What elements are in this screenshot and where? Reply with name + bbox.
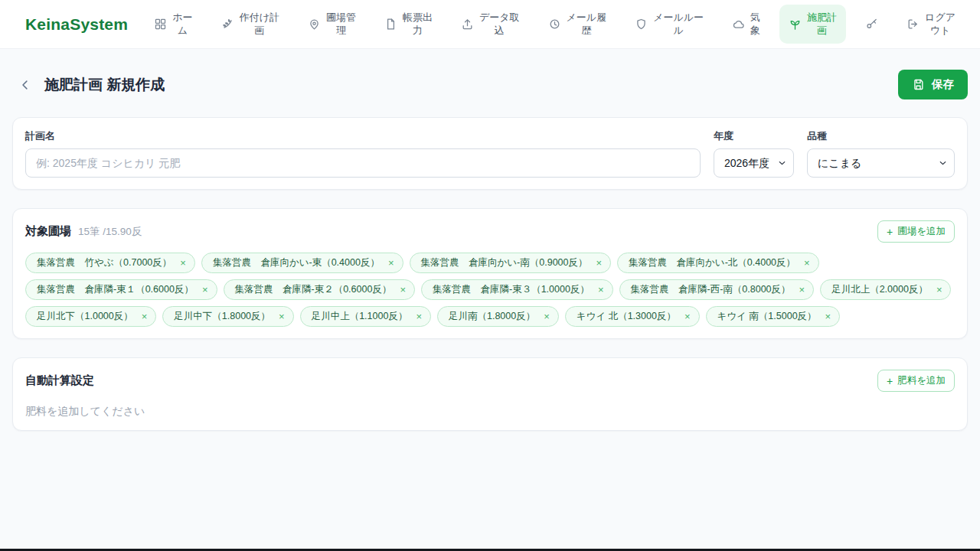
field-chip-label: 集落営農 倉庫隣-東３（1.0000反） — [433, 283, 590, 296]
nav-item-report-output[interactable]: 帳票出 力 — [375, 5, 442, 44]
nav-item-field-management[interactable]: 圃場管 理 — [299, 5, 365, 44]
field-chip-label: 集落営農 倉庫向かい-東（0.4000反） — [213, 256, 380, 269]
nav-item-label: メールルー ル — [653, 11, 704, 37]
nav-item-label: メール履 歴 — [567, 11, 607, 37]
field-chip-label: 足川北下（1.0000反） — [37, 310, 133, 323]
field-chip-label: 足川南（1.8000反） — [449, 310, 535, 323]
nav-item-label: 圃場管 理 — [326, 11, 356, 37]
target-fields-title: 対象圃場 — [25, 224, 71, 239]
remove-chip-icon[interactable]: × — [684, 311, 691, 321]
nav-item-key[interactable] — [856, 11, 887, 37]
main-content: 施肥計画 新規作成 保存 計画名 年度 2026年度 — [0, 70, 980, 431]
grid-icon — [154, 18, 167, 31]
add-field-button[interactable]: + 圃場を追加 — [877, 220, 955, 243]
year-label: 年度 — [714, 129, 794, 143]
field-chip: 集落営農 倉庫隣-西-南（0.8000反）× — [619, 279, 815, 300]
field-chip: キウイ 北（1.3000反）× — [565, 306, 700, 327]
field-chip-label: キウイ 北（1.3000反） — [577, 310, 676, 323]
field-chip-label: 集落営農 倉庫隣-東１（0.6000反） — [37, 283, 194, 296]
save-icon — [912, 78, 925, 91]
remove-chip-icon[interactable]: × — [598, 285, 604, 295]
nav-item-label: ログア ウト — [925, 11, 956, 37]
logout-icon — [906, 18, 920, 31]
field-chip: 足川北上（2.0000反）× — [820, 279, 951, 300]
field-chip-label: キウイ 南（1.5000反） — [717, 310, 817, 323]
remove-chip-icon[interactable]: × — [596, 258, 602, 268]
shield-icon — [635, 18, 648, 31]
add-fertilizer-button-label: 肥料を追加 — [897, 374, 946, 387]
remove-chip-icon[interactable]: × — [400, 285, 406, 295]
field-chip: 集落営農 倉庫向かい-東（0.4000反）× — [201, 253, 403, 273]
add-fertilizer-button[interactable]: + 肥料を追加 — [877, 370, 955, 392]
nav-item-weather[interactable]: 気 象 — [723, 5, 769, 44]
field-chip: 集落営農 倉庫向かい-南（0.9000反）× — [410, 253, 612, 273]
remove-chip-icon[interactable]: × — [416, 311, 422, 321]
plan-name-input[interactable] — [25, 148, 701, 178]
nav-item-data-import[interactable]: データ取 込 — [452, 5, 529, 44]
variety-label: 品種 — [807, 129, 955, 143]
remove-chip-icon[interactable]: × — [388, 258, 394, 268]
add-field-button-label: 圃場を追加 — [897, 225, 946, 238]
field-chip-list: 集落営農 竹やぶ（0.7000反）×集落営農 倉庫向かい-東（0.4000反）×… — [25, 253, 955, 327]
variety-field-group: 品種 にこまる — [807, 129, 955, 178]
nav-item-label: 帳票出 力 — [403, 11, 433, 37]
year-select[interactable]: 2026年度 — [714, 148, 794, 178]
remove-chip-icon[interactable]: × — [279, 311, 285, 321]
field-chip: 集落営農 倉庫向かい-北（0.4000反）× — [617, 253, 819, 273]
field-chip: 集落営農 倉庫隣-東２（0.6000反）× — [224, 279, 416, 300]
nav-item-logout[interactable]: ログア ウト — [897, 5, 965, 44]
nav-item-label: 作付け計 画 — [240, 11, 279, 37]
nav-item-planting-plan[interactable]: 作付け計 画 — [212, 5, 289, 44]
field-chip-label: 集落営農 竹やぶ（0.7000反） — [37, 256, 172, 269]
plan-meta-card: 計画名 年度 2026年度 品種 にこまる — [12, 117, 968, 190]
remove-chip-icon[interactable]: × — [544, 311, 550, 321]
year-field-group: 年度 2026年度 — [714, 129, 794, 178]
variety-select[interactable]: にこまる — [807, 148, 955, 178]
field-chip-label: 集落営農 倉庫隣-東２（0.6000反） — [235, 283, 392, 296]
nav-item-mail-history[interactable]: メール履 歴 — [539, 5, 616, 44]
nav-item-home[interactable]: ホー ム — [145, 5, 201, 44]
sprout-icon — [789, 18, 802, 31]
plus-icon: + — [887, 376, 893, 386]
chevron-left-icon — [18, 78, 32, 92]
field-chip-label: 足川北上（2.0000反） — [831, 283, 928, 296]
remove-chip-icon[interactable]: × — [825, 311, 831, 321]
map-pin-icon — [308, 18, 321, 31]
field-chip: 集落営農 倉庫隣-東１（0.6000反）× — [25, 279, 217, 300]
wheat-icon — [221, 18, 234, 31]
field-chip: 足川中上（1.1000反）× — [300, 306, 431, 327]
nav-item-label: ホー ム — [172, 11, 192, 37]
save-button[interactable]: 保存 — [898, 70, 968, 99]
remove-chip-icon[interactable]: × — [142, 311, 148, 321]
remove-chip-icon[interactable]: × — [936, 285, 942, 295]
field-chip-label: 集落営農 倉庫隣-西-南（0.8000反） — [631, 283, 791, 296]
target-fields-count: 15筆 /15.90反 — [78, 225, 142, 239]
field-chip: 足川中下（1.8000反）× — [162, 306, 293, 327]
field-chip: 集落営農 竹やぶ（0.7000反）× — [25, 253, 195, 273]
field-chip-label: 足川中上（1.1000反） — [312, 310, 408, 323]
main-nav: ホー ム作付け計 画圃場管 理帳票出 力データ取 込メール履 歴メールルー ル気… — [145, 5, 965, 44]
nav-item-fertilization-plan[interactable]: 施肥計 画 — [779, 5, 846, 44]
remove-chip-icon[interactable]: × — [804, 258, 810, 268]
nav-item-mail-rules[interactable]: メールルー ル — [626, 5, 713, 44]
field-chip-label: 集落営農 倉庫向かい-北（0.4000反） — [629, 256, 795, 269]
field-chip: キウイ 南（1.5000反）× — [706, 306, 841, 327]
auto-calc-title: 自動計算設定 — [25, 373, 94, 388]
back-button[interactable] — [12, 72, 38, 98]
upload-icon — [461, 18, 474, 31]
plan-name-label: 計画名 — [25, 129, 701, 143]
field-chip: 足川北下（1.0000反）× — [25, 306, 156, 327]
remove-chip-icon[interactable]: × — [799, 285, 805, 295]
remove-chip-icon[interactable]: × — [202, 285, 208, 295]
fertilizer-empty-text: 肥料を追加してください — [25, 405, 955, 419]
field-chip-label: 足川中下（1.8000反） — [174, 310, 270, 323]
top-navbar: KeinaSystem ホー ム作付け計 画圃場管 理帳票出 力データ取 込メー… — [0, 0, 980, 49]
plan-name-field-group: 計画名 — [25, 129, 701, 178]
page-title: 施肥計画 新規作成 — [44, 75, 165, 95]
remove-chip-icon[interactable]: × — [180, 258, 186, 268]
plus-icon: + — [887, 227, 893, 237]
save-button-label: 保存 — [932, 77, 954, 92]
target-fields-card: 対象圃場 15筆 /15.90反 + 圃場を追加 集落営農 竹やぶ（0.7000… — [12, 208, 968, 339]
title-row: 施肥計画 新規作成 保存 — [12, 70, 968, 99]
field-chip: 足川南（1.8000反）× — [437, 306, 559, 327]
